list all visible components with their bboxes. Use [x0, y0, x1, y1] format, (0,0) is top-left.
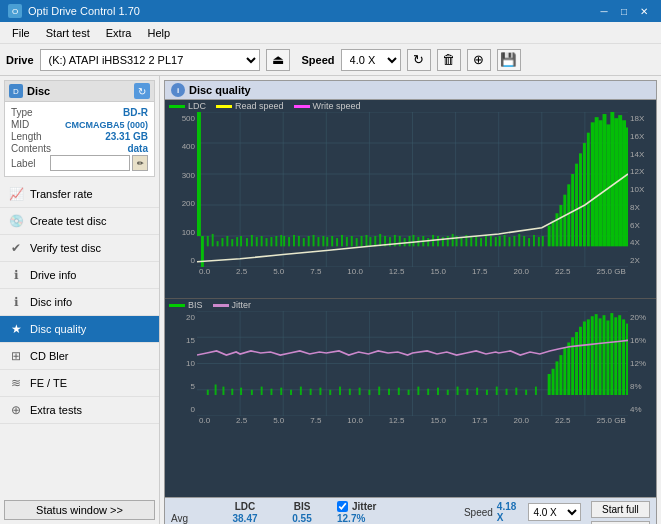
legend-jitter-color	[213, 304, 229, 307]
svg-rect-130	[270, 389, 272, 395]
svg-rect-141	[378, 387, 380, 395]
svg-rect-39	[313, 235, 315, 246]
svg-rect-35	[293, 235, 295, 246]
sidebar-item-verify-test-disc-label: Verify test disc	[30, 242, 101, 254]
speed-stat-value: 4.18 X	[497, 501, 525, 523]
maximize-button[interactable]: □	[615, 3, 633, 19]
minimize-button[interactable]: ─	[595, 3, 613, 19]
sidebar-item-drive-info[interactable]: ℹ Drive info	[0, 262, 159, 289]
disc-refresh-button[interactable]: ↻	[134, 83, 150, 99]
speed-stat-label: Speed	[464, 507, 493, 518]
bottom-chart-body: 20 15 10 5 0	[165, 311, 656, 416]
sidebar-item-disc-info[interactable]: ℹ Disc info	[0, 289, 159, 316]
svg-rect-57	[399, 236, 401, 246]
svg-rect-77	[495, 237, 497, 246]
speed-stat-select[interactable]: 4.0 X	[528, 503, 580, 521]
close-button[interactable]: ✕	[635, 3, 653, 19]
sidebar-item-cd-bler[interactable]: ⊞ CD Bler	[0, 343, 159, 370]
svg-rect-165	[575, 332, 578, 395]
svg-rect-171	[599, 318, 602, 395]
sidebar-item-transfer-rate[interactable]: 📈 Transfer rate	[0, 181, 159, 208]
start-full-button[interactable]: Start full	[591, 501, 650, 518]
disc-type-label: Type	[11, 107, 33, 118]
svg-rect-85	[533, 235, 535, 246]
bottom-y-axis-left: 20 15 10 5 0	[165, 311, 197, 416]
sidebar-spacer	[0, 424, 159, 496]
svg-rect-37	[303, 238, 305, 246]
chart-header: i Disc quality	[165, 81, 656, 100]
legend-write-speed-color	[294, 105, 310, 108]
svg-rect-86	[538, 237, 540, 246]
svg-rect-22	[231, 239, 233, 246]
stats-table: LDC BIS Avg 38.47 0.55 Max 480 12 Tota	[171, 501, 327, 524]
legend-ldc-color	[169, 105, 185, 108]
svg-rect-70	[460, 238, 462, 246]
sidebar-item-extra-tests[interactable]: ⊕ Extra tests	[0, 397, 159, 424]
legend-bis-color	[169, 304, 185, 307]
save-button[interactable]: 💾	[497, 49, 521, 71]
svg-rect-48	[356, 238, 358, 246]
sidebar-item-fe-te[interactable]: ≋ FE / TE	[0, 370, 159, 397]
svg-rect-28	[261, 236, 263, 246]
sidebar-item-disc-info-label: Disc info	[30, 296, 72, 308]
menu-help[interactable]: Help	[139, 25, 178, 41]
sidebar-item-disc-quality[interactable]: ★ Disc quality	[0, 316, 159, 343]
sidebar-item-verify-test-disc[interactable]: ✔ Verify test disc	[0, 235, 159, 262]
menu-start-test[interactable]: Start test	[38, 25, 98, 41]
svg-rect-107	[622, 120, 626, 246]
title-bar-left: O Opti Drive Control 1.70	[8, 4, 140, 18]
svg-rect-159	[552, 369, 555, 395]
svg-rect-21	[226, 236, 228, 246]
transfer-rate-icon: 📈	[8, 186, 24, 202]
svg-rect-178	[626, 324, 628, 395]
svg-rect-102	[603, 114, 607, 246]
sidebar-item-disc-quality-label: Disc quality	[30, 323, 86, 335]
svg-rect-15	[197, 112, 201, 236]
svg-rect-40	[317, 237, 319, 246]
svg-rect-20	[221, 238, 223, 246]
svg-rect-82	[518, 234, 520, 246]
svg-rect-51	[369, 237, 371, 246]
top-chart-body: 500 400 300 200 100 0	[165, 112, 656, 267]
svg-rect-139	[359, 388, 361, 395]
svg-rect-128	[251, 390, 253, 395]
svg-rect-17	[207, 236, 209, 246]
svg-rect-42	[326, 237, 328, 246]
svg-rect-36	[298, 236, 300, 246]
menu-file[interactable]: File	[4, 25, 38, 41]
menu-extra[interactable]: Extra	[98, 25, 140, 41]
refresh-button[interactable]: ↻	[407, 49, 431, 71]
svg-rect-126	[231, 389, 233, 395]
erase-button[interactable]: 🗑	[437, 49, 461, 71]
disc-info-icon: ℹ	[8, 294, 24, 310]
svg-rect-78	[499, 236, 501, 246]
svg-rect-173	[606, 320, 609, 395]
drive-select[interactable]: (K:) ATAPI iHBS312 2 PL17	[40, 49, 260, 71]
disc-label-input[interactable]	[50, 155, 130, 171]
ldc-col-header: LDC	[215, 501, 275, 512]
svg-rect-152	[486, 390, 488, 395]
svg-rect-95	[575, 164, 578, 247]
disc-label-edit-button[interactable]: ✏	[132, 155, 148, 171]
disc-panel-header: D Disc ↻	[5, 81, 154, 102]
sidebar-item-create-test-disc[interactable]: 💿 Create test disc	[0, 208, 159, 235]
svg-rect-135	[319, 388, 321, 395]
svg-rect-81	[513, 236, 515, 246]
svg-rect-23	[236, 237, 238, 246]
svg-rect-32	[280, 235, 282, 246]
chart-top: LDC Read speed Write speed	[165, 100, 656, 299]
chart-container: i Disc quality LDC Read speed	[164, 80, 657, 524]
chart-title: Disc quality	[189, 84, 251, 96]
scan-button[interactable]: ⊕	[467, 49, 491, 71]
svg-rect-167	[583, 322, 586, 396]
disc-quality-icon: ★	[8, 321, 24, 337]
speed-select[interactable]: 4.0 X	[341, 49, 401, 71]
jitter-checkbox[interactable]	[337, 501, 348, 512]
charts-area: LDC Read speed Write speed	[165, 100, 656, 497]
svg-rect-104	[610, 112, 614, 246]
status-window-button[interactable]: Status window >>	[4, 500, 155, 520]
eject-button[interactable]: ⏏	[266, 49, 290, 71]
svg-rect-84	[528, 238, 530, 246]
disc-length-value: 23.31 GB	[105, 131, 148, 142]
svg-rect-93	[567, 184, 570, 246]
